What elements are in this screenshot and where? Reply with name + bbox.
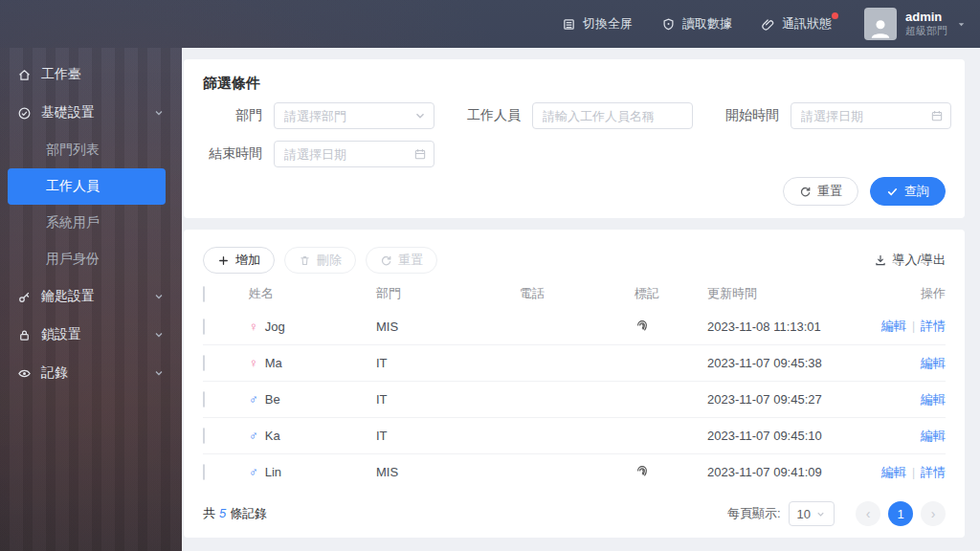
sidebar-sub-label: 用戶身份 <box>46 251 100 268</box>
table-row: ♂ Lin MIS 2023-11-07 09:41:09 編輯|詳情 <box>203 453 946 490</box>
sidebar-label: 鎖設置 <box>41 326 81 343</box>
sidebar-item-lock-settings[interactable]: 鎖設置 <box>0 316 182 354</box>
sidebar-item-workbench[interactable]: 工作臺 <box>0 55 182 94</box>
user-department: 超級部門 <box>905 25 947 38</box>
row-action-edit[interactable]: 編輯 <box>921 392 946 407</box>
read-data-button[interactable]: 讀取數據 <box>661 15 732 33</box>
prev-page-button[interactable]: ‹ <box>856 501 880 526</box>
comm-status-button[interactable]: 通訊狀態 <box>761 15 832 33</box>
staff-input[interactable] <box>532 102 693 129</box>
sidebar-sub-label: 工作人員 <box>46 178 100 195</box>
person-icon <box>868 15 893 40</box>
sidebar-label: 基礎設置 <box>41 104 95 121</box>
end-date-input[interactable] <box>274 141 434 167</box>
filter-row-2: 結束時間 <box>203 141 946 167</box>
sidebar-label: 記錄 <box>41 364 68 382</box>
table-panel: 增加 刪除 重置 導入/導出 姓名 部門 電話 標記 更新時間 操作 <box>184 230 965 538</box>
query-button[interactable]: 查詢 <box>870 177 946 206</box>
user-menu[interactable]: admin 超級部門 <box>864 8 967 40</box>
total-count: 5 <box>219 506 226 520</box>
row-action-edit[interactable]: 編輯 <box>881 465 906 479</box>
sidebar-item-user-identity[interactable]: 用戶身份 <box>0 241 182 277</box>
sidebar-item-department-list[interactable]: 部門列表 <box>0 132 182 168</box>
sidebar-item-records[interactable]: 記錄 <box>0 354 182 392</box>
gender-icon: ♂ <box>249 466 258 478</box>
chevron-down-icon <box>153 291 165 302</box>
sidebar-item-system-users[interactable]: 系統用戶 <box>0 205 182 241</box>
user-name: admin <box>905 10 947 25</box>
total-prefix: 共 <box>203 506 215 520</box>
table-reset-button[interactable]: 重置 <box>366 247 437 274</box>
start-date-input[interactable] <box>791 102 951 129</box>
table-toolbar: 增加 刪除 重置 導入/導出 <box>203 230 946 274</box>
fullscreen-button[interactable]: 切換全屏 <box>562 15 633 33</box>
delete-button[interactable]: 刪除 <box>284 247 356 274</box>
fullscreen-icon <box>562 17 576 32</box>
column-header-updated: 更新時間 <box>707 285 840 302</box>
department-cell: IT <box>376 356 510 370</box>
column-header-mark: 標記 <box>635 285 707 302</box>
table-row: ♀ Ma IT 2023-11-07 09:45:38 編輯 <box>203 344 946 381</box>
eye-icon <box>17 366 32 381</box>
read-data-icon <box>661 17 676 32</box>
row-checkbox[interactable] <box>203 355 205 371</box>
sidebar-label: 鑰匙設置 <box>41 288 95 305</box>
updated-cell: 2023-11-07 09:45:10 <box>707 429 840 443</box>
row-checkbox[interactable] <box>203 319 205 335</box>
row-action-edit[interactable]: 編輯 <box>921 429 946 443</box>
end-time-label: 結束時間 <box>203 145 262 163</box>
table-row: ♂ Ka IT 2023-11-07 09:45:10 編輯 <box>203 417 946 453</box>
reset-button[interactable]: 重置 <box>783 177 858 206</box>
select-all-checkbox[interactable] <box>203 286 205 302</box>
employee-name: Jog <box>265 320 285 334</box>
department-select[interactable] <box>274 102 434 129</box>
sidebar-item-staff[interactable]: 工作人員 <box>8 168 166 205</box>
home-icon <box>17 68 32 82</box>
refresh-icon <box>799 186 812 198</box>
row-action-edit[interactable]: 編輯 <box>921 356 946 370</box>
import-export-label: 導入/導出 <box>892 252 946 269</box>
table-body: ♀ Jog MIS 2023-11-08 11:13:01 編輯|詳情 ♀ Ma… <box>203 308 946 490</box>
action-separator: | <box>912 320 915 333</box>
actions-cell: 編輯 <box>840 391 946 408</box>
trash-icon <box>299 254 311 267</box>
chevron-down-icon <box>153 367 165 379</box>
actions-cell: 編輯|詳情 <box>840 464 946 481</box>
sidebar-item-key-settings[interactable]: 鑰匙設置 <box>0 277 182 316</box>
row-checkbox[interactable] <box>203 428 205 444</box>
end-time-field-group: 結束時間 <box>203 141 434 167</box>
add-button[interactable]: 增加 <box>203 247 275 274</box>
page-size-label: 每頁顯示: <box>727 505 781 522</box>
filter-row-1: 部門 工作人員 開始時間 <box>203 102 946 129</box>
actions-cell: 編輯|詳情 <box>840 318 946 335</box>
query-button-label: 查詢 <box>904 183 929 200</box>
read-data-label: 讀取數據 <box>682 15 732 33</box>
row-checkbox[interactable] <box>203 464 205 480</box>
refresh-icon <box>380 254 392 267</box>
sidebar-item-basic-settings[interactable]: 基礎設置 <box>0 94 182 132</box>
sidebar-label: 工作臺 <box>41 66 81 83</box>
import-export-button[interactable]: 導入/導出 <box>874 252 946 269</box>
department-cell: IT <box>376 392 510 407</box>
reset-button-label: 重置 <box>817 183 842 200</box>
download-icon <box>874 253 887 267</box>
key-icon <box>17 290 32 304</box>
employee-name: Ka <box>265 429 280 443</box>
start-time-label: 開始時間 <box>720 107 779 124</box>
updated-cell: 2023-11-07 09:41:09 <box>707 465 840 479</box>
row-checkbox[interactable] <box>203 391 205 408</box>
column-header-phone: 電話 <box>510 285 635 302</box>
row-action-detail[interactable]: 詳情 <box>921 465 946 479</box>
staff-label: 工作人員 <box>461 107 521 124</box>
row-action-edit[interactable]: 編輯 <box>881 319 906 333</box>
next-page-button[interactable]: › <box>921 501 946 526</box>
plus-icon <box>217 254 230 267</box>
filter-actions: 重置 查詢 <box>203 177 946 206</box>
fullscreen-label: 切換全屏 <box>583 15 633 33</box>
page-1-button[interactable]: 1 <box>888 501 913 526</box>
sidebar: 工作臺 基礎設置 部門列表 工作人員 系統用戶 用戶身份 鑰匙設置 鎖設置 記錄 <box>0 48 182 551</box>
gender-icon: ♂ <box>249 393 258 406</box>
page-size-select[interactable]: 10 <box>789 501 835 526</box>
row-action-detail[interactable]: 詳情 <box>921 319 946 333</box>
department-cell: IT <box>376 429 510 443</box>
